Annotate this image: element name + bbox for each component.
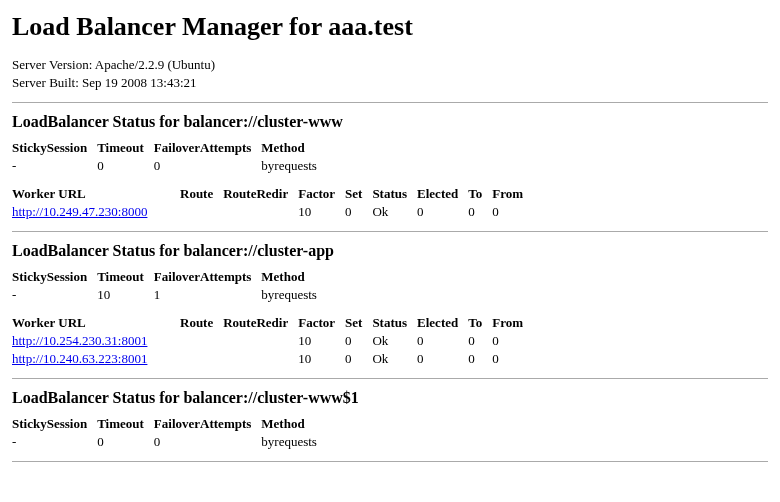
worker-table: Worker URLRouteRouteRedirFactorSetStatus… — [12, 185, 533, 221]
worker-header-url: Worker URL — [12, 314, 180, 332]
server-version-value: Apache/2.2.9 (Ubuntu) — [95, 57, 215, 72]
worker-table: Worker URLRouteRouteRedirFactorSetStatus… — [12, 314, 533, 368]
config-cell-method: byrequests — [261, 286, 327, 304]
server-built-value: Sep 19 2008 13:43:21 — [82, 75, 196, 90]
config-header-failover: FailoverAttempts — [154, 268, 261, 286]
worker-cell-status: Ok — [372, 203, 417, 221]
worker-header-url: Worker URL — [12, 185, 180, 203]
balancer-config-table: StickySessionTimeoutFailoverAttemptsMeth… — [12, 415, 327, 451]
worker-cell-to: 0 — [468, 332, 492, 350]
worker-header-to: To — [468, 314, 492, 332]
table-row: http://10.254.230.31:8001100Ok000 — [12, 332, 533, 350]
divider — [12, 231, 768, 232]
worker-header-elected: Elected — [417, 314, 468, 332]
divider — [12, 461, 768, 462]
balancer-status-heading: LoadBalancer Status for balancer://clust… — [12, 113, 768, 131]
worker-cell-elected: 0 — [417, 203, 468, 221]
divider — [12, 378, 768, 379]
server-version-label: Server Version: — [12, 57, 92, 72]
worker-cell-set: 0 — [345, 350, 372, 368]
worker-cell-to: 0 — [468, 203, 492, 221]
worker-header-elected: Elected — [417, 185, 468, 203]
config-header-timeout: Timeout — [97, 268, 154, 286]
worker-cell-route — [180, 332, 223, 350]
config-header-failover: FailoverAttempts — [154, 415, 261, 433]
worker-cell-status: Ok — [372, 350, 417, 368]
worker-url-link[interactable]: http://10.240.63.223:8001 — [12, 351, 147, 366]
config-header-timeout: Timeout — [97, 415, 154, 433]
worker-cell-elected: 0 — [417, 332, 468, 350]
worker-cell-route — [180, 350, 223, 368]
worker-header-factor: Factor — [298, 314, 345, 332]
worker-header-status: Status — [372, 185, 417, 203]
worker-cell-redir — [223, 332, 298, 350]
server-info: Server Version: Apache/2.2.9 (Ubuntu) Se… — [12, 56, 768, 92]
page-title: Load Balancer Manager for aaa.test — [12, 12, 768, 42]
balancer-status-heading: LoadBalancer Status for balancer://clust… — [12, 389, 768, 407]
worker-cell-elected: 0 — [417, 350, 468, 368]
config-cell-failover: 0 — [154, 433, 261, 451]
config-cell-timeout: 10 — [97, 286, 154, 304]
config-cell-failover: 1 — [154, 286, 261, 304]
worker-header-from: From — [492, 185, 533, 203]
worker-header-redir: RouteRedir — [223, 314, 298, 332]
worker-header-factor: Factor — [298, 185, 345, 203]
worker-header-route: Route — [180, 314, 223, 332]
config-header-sticky: StickySession — [12, 268, 97, 286]
table-row: http://10.249.47.230:8000100Ok000 — [12, 203, 533, 221]
config-header-method: Method — [261, 139, 327, 157]
worker-cell-from: 0 — [492, 203, 533, 221]
worker-header-redir: RouteRedir — [223, 185, 298, 203]
config-cell-sticky: - — [12, 157, 97, 175]
config-header-sticky: StickySession — [12, 415, 97, 433]
server-built-label: Server Built: — [12, 75, 79, 90]
worker-cell-redir — [223, 203, 298, 221]
worker-cell-status: Ok — [372, 332, 417, 350]
balancer-config-table: StickySessionTimeoutFailoverAttemptsMeth… — [12, 139, 327, 175]
worker-cell-to: 0 — [468, 350, 492, 368]
worker-cell-redir — [223, 350, 298, 368]
worker-cell-set: 0 — [345, 332, 372, 350]
worker-cell-set: 0 — [345, 203, 372, 221]
worker-header-status: Status — [372, 314, 417, 332]
worker-cell-from: 0 — [492, 350, 533, 368]
config-cell-sticky: - — [12, 286, 97, 304]
config-cell-timeout: 0 — [97, 433, 154, 451]
worker-header-route: Route — [180, 185, 223, 203]
table-row: http://10.240.63.223:8001100Ok000 — [12, 350, 533, 368]
config-cell-timeout: 0 — [97, 157, 154, 175]
worker-header-set: Set — [345, 314, 372, 332]
worker-header-set: Set — [345, 185, 372, 203]
worker-cell-factor: 10 — [298, 203, 345, 221]
config-cell-method: byrequests — [261, 157, 327, 175]
worker-cell-from: 0 — [492, 332, 533, 350]
worker-cell-factor: 10 — [298, 332, 345, 350]
worker-header-from: From — [492, 314, 533, 332]
worker-url-link[interactable]: http://10.254.230.31:8001 — [12, 333, 147, 348]
worker-url-link[interactable]: http://10.249.47.230:8000 — [12, 204, 147, 219]
config-cell-sticky: - — [12, 433, 97, 451]
config-header-sticky: StickySession — [12, 139, 97, 157]
divider — [12, 102, 768, 103]
config-cell-method: byrequests — [261, 433, 327, 451]
worker-cell-route — [180, 203, 223, 221]
config-header-method: Method — [261, 268, 327, 286]
config-cell-failover: 0 — [154, 157, 261, 175]
worker-cell-factor: 10 — [298, 350, 345, 368]
balancer-config-table: StickySessionTimeoutFailoverAttemptsMeth… — [12, 268, 327, 304]
balancer-status-heading: LoadBalancer Status for balancer://clust… — [12, 242, 768, 260]
config-header-method: Method — [261, 415, 327, 433]
config-header-timeout: Timeout — [97, 139, 154, 157]
config-header-failover: FailoverAttempts — [154, 139, 261, 157]
worker-header-to: To — [468, 185, 492, 203]
